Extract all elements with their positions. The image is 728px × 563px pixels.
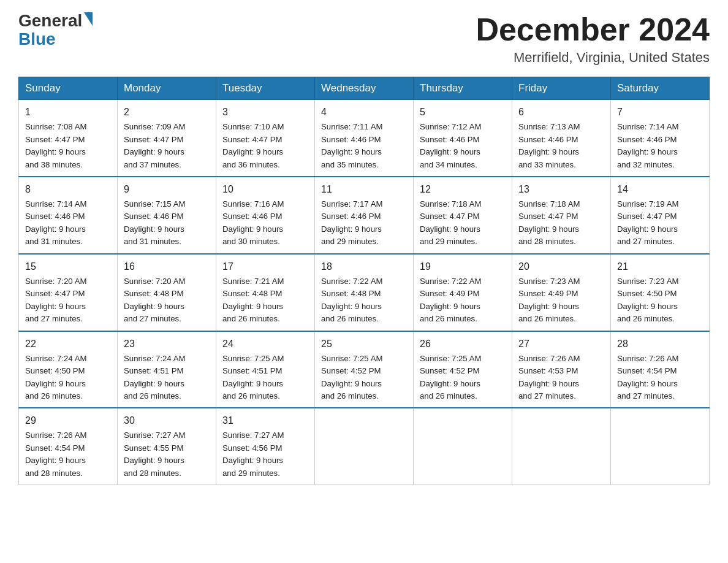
day-info: Sunrise: 7:09 AMSunset: 4:47 PMDaylight:… (124, 121, 210, 171)
calendar-day-cell (414, 408, 512, 484)
calendar-day-cell: 30 Sunrise: 7:27 AMSunset: 4:55 PMDaylig… (118, 408, 216, 484)
calendar-day-cell: 3 Sunrise: 7:10 AMSunset: 4:47 PMDayligh… (216, 100, 315, 177)
day-info: Sunrise: 7:24 AMSunset: 4:51 PMDaylight:… (124, 353, 210, 403)
day-number: 27 (518, 337, 604, 351)
day-info: Sunrise: 7:25 AMSunset: 4:52 PMDaylight:… (420, 353, 506, 403)
day-info: Sunrise: 7:20 AMSunset: 4:48 PMDaylight:… (124, 275, 210, 326)
day-info: Sunrise: 7:25 AMSunset: 4:52 PMDaylight:… (321, 353, 407, 403)
logo-blue: Blue (18, 29, 56, 49)
calendar-title-area: December 2024 Merrifield, Virginia, Unit… (476, 12, 710, 66)
day-info: Sunrise: 7:18 AMSunset: 4:47 PMDaylight:… (420, 198, 506, 248)
calendar-day-cell: 8 Sunrise: 7:14 AMSunset: 4:46 PMDayligh… (19, 177, 118, 254)
day-info: Sunrise: 7:10 AMSunset: 4:47 PMDaylight:… (222, 121, 308, 171)
day-number: 15 (25, 259, 111, 274)
day-number: 8 (25, 182, 111, 197)
header-friday: Friday (512, 77, 611, 100)
calendar-day-cell: 23 Sunrise: 7:24 AMSunset: 4:51 PMDaylig… (118, 331, 216, 408)
day-info: Sunrise: 7:17 AMSunset: 4:46 PMDaylight:… (321, 198, 407, 248)
calendar-week-row: 22 Sunrise: 7:24 AMSunset: 4:50 PMDaylig… (19, 331, 710, 408)
calendar-day-cell (512, 408, 611, 484)
day-info: Sunrise: 7:23 AMSunset: 4:49 PMDaylight:… (518, 275, 604, 326)
day-info: Sunrise: 7:15 AMSunset: 4:46 PMDaylight:… (124, 198, 210, 248)
day-number: 24 (222, 337, 308, 351)
calendar-day-cell: 31 Sunrise: 7:27 AMSunset: 4:56 PMDaylig… (216, 408, 315, 484)
day-info: Sunrise: 7:25 AMSunset: 4:51 PMDaylight:… (222, 353, 308, 403)
day-number: 18 (321, 259, 407, 274)
header-monday: Monday (118, 77, 216, 100)
day-number: 25 (321, 337, 407, 351)
day-number: 20 (518, 259, 604, 274)
header-saturday: Saturday (611, 77, 710, 100)
day-number: 12 (420, 182, 506, 197)
day-info: Sunrise: 7:22 AMSunset: 4:49 PMDaylight:… (420, 275, 506, 326)
day-info: Sunrise: 7:14 AMSunset: 4:46 PMDaylight:… (617, 121, 703, 171)
day-info: Sunrise: 7:08 AMSunset: 4:47 PMDaylight:… (25, 121, 111, 171)
day-number: 28 (617, 337, 703, 351)
calendar-day-cell: 9 Sunrise: 7:15 AMSunset: 4:46 PMDayligh… (118, 177, 216, 254)
day-number: 30 (124, 413, 210, 428)
calendar-day-cell: 1 Sunrise: 7:08 AMSunset: 4:47 PMDayligh… (19, 100, 118, 177)
calendar-day-cell: 5 Sunrise: 7:12 AMSunset: 4:46 PMDayligh… (414, 100, 512, 177)
calendar-day-cell: 16 Sunrise: 7:20 AMSunset: 4:48 PMDaylig… (118, 254, 216, 331)
page-header: General Blue December 2024 Merrifield, V… (18, 12, 710, 66)
day-number: 23 (124, 337, 210, 351)
day-info: Sunrise: 7:20 AMSunset: 4:47 PMDaylight:… (25, 275, 111, 326)
month-year-title: December 2024 (476, 12, 710, 47)
calendar-day-cell: 18 Sunrise: 7:22 AMSunset: 4:48 PMDaylig… (315, 254, 414, 331)
calendar-day-cell: 26 Sunrise: 7:25 AMSunset: 4:52 PMDaylig… (414, 331, 512, 408)
calendar-day-cell: 20 Sunrise: 7:23 AMSunset: 4:49 PMDaylig… (512, 254, 611, 331)
calendar-day-cell: 11 Sunrise: 7:17 AMSunset: 4:46 PMDaylig… (315, 177, 414, 254)
calendar-day-cell: 24 Sunrise: 7:25 AMSunset: 4:51 PMDaylig… (216, 331, 315, 408)
day-number: 31 (222, 413, 308, 428)
day-info: Sunrise: 7:27 AMSunset: 4:55 PMDaylight:… (124, 429, 210, 480)
day-number: 17 (222, 259, 308, 274)
calendar-day-cell: 29 Sunrise: 7:26 AMSunset: 4:54 PMDaylig… (19, 408, 118, 484)
calendar-day-cell: 15 Sunrise: 7:20 AMSunset: 4:47 PMDaylig… (19, 254, 118, 331)
calendar-day-cell (611, 408, 710, 484)
day-info: Sunrise: 7:14 AMSunset: 4:46 PMDaylight:… (25, 198, 111, 248)
day-number: 4 (321, 105, 407, 120)
calendar-day-cell: 21 Sunrise: 7:23 AMSunset: 4:50 PMDaylig… (611, 254, 710, 331)
day-number: 1 (25, 105, 111, 120)
day-number: 16 (124, 259, 210, 274)
calendar-day-cell: 28 Sunrise: 7:26 AMSunset: 4:54 PMDaylig… (611, 331, 710, 408)
day-info: Sunrise: 7:11 AMSunset: 4:46 PMDaylight:… (321, 121, 407, 171)
calendar-week-row: 15 Sunrise: 7:20 AMSunset: 4:47 PMDaylig… (19, 254, 710, 331)
day-number: 5 (420, 105, 506, 120)
logo-general: General (18, 12, 82, 29)
day-number: 6 (518, 105, 604, 120)
logo-triangle-icon (84, 12, 93, 26)
day-info: Sunrise: 7:26 AMSunset: 4:54 PMDaylight:… (25, 429, 111, 480)
calendar-day-cell: 13 Sunrise: 7:18 AMSunset: 4:47 PMDaylig… (512, 177, 611, 254)
calendar-day-cell: 4 Sunrise: 7:11 AMSunset: 4:46 PMDayligh… (315, 100, 414, 177)
day-info: Sunrise: 7:13 AMSunset: 4:46 PMDaylight:… (518, 121, 604, 171)
day-info: Sunrise: 7:18 AMSunset: 4:47 PMDaylight:… (518, 198, 604, 248)
calendar-day-cell: 25 Sunrise: 7:25 AMSunset: 4:52 PMDaylig… (315, 331, 414, 408)
day-info: Sunrise: 7:24 AMSunset: 4:50 PMDaylight:… (25, 353, 111, 403)
calendar-day-cell (315, 408, 414, 484)
calendar-day-cell: 7 Sunrise: 7:14 AMSunset: 4:46 PMDayligh… (611, 100, 710, 177)
header-thursday: Thursday (414, 77, 512, 100)
header-wednesday: Wednesday (315, 77, 414, 100)
day-info: Sunrise: 7:26 AMSunset: 4:54 PMDaylight:… (617, 353, 703, 403)
day-info: Sunrise: 7:27 AMSunset: 4:56 PMDaylight:… (222, 429, 308, 480)
day-number: 7 (617, 105, 703, 120)
day-info: Sunrise: 7:23 AMSunset: 4:50 PMDaylight:… (617, 275, 703, 326)
day-info: Sunrise: 7:12 AMSunset: 4:46 PMDaylight:… (420, 121, 506, 171)
calendar-header-row: Sunday Monday Tuesday Wednesday Thursday… (19, 77, 710, 100)
day-number: 9 (124, 182, 210, 197)
calendar-day-cell: 10 Sunrise: 7:16 AMSunset: 4:46 PMDaylig… (216, 177, 315, 254)
location-subtitle: Merrifield, Virginia, United States (476, 50, 710, 66)
logo: General Blue (18, 12, 94, 49)
header-sunday: Sunday (19, 77, 118, 100)
calendar-week-row: 29 Sunrise: 7:26 AMSunset: 4:54 PMDaylig… (19, 408, 710, 484)
calendar-week-row: 8 Sunrise: 7:14 AMSunset: 4:46 PMDayligh… (19, 177, 710, 254)
day-info: Sunrise: 7:21 AMSunset: 4:48 PMDaylight:… (222, 275, 308, 326)
day-number: 19 (420, 259, 506, 274)
calendar-day-cell: 22 Sunrise: 7:24 AMSunset: 4:50 PMDaylig… (19, 331, 118, 408)
day-info: Sunrise: 7:26 AMSunset: 4:53 PMDaylight:… (518, 353, 604, 403)
calendar-day-cell: 6 Sunrise: 7:13 AMSunset: 4:46 PMDayligh… (512, 100, 611, 177)
calendar-day-cell: 19 Sunrise: 7:22 AMSunset: 4:49 PMDaylig… (414, 254, 512, 331)
calendar-week-row: 1 Sunrise: 7:08 AMSunset: 4:47 PMDayligh… (19, 100, 710, 177)
day-number: 26 (420, 337, 506, 351)
